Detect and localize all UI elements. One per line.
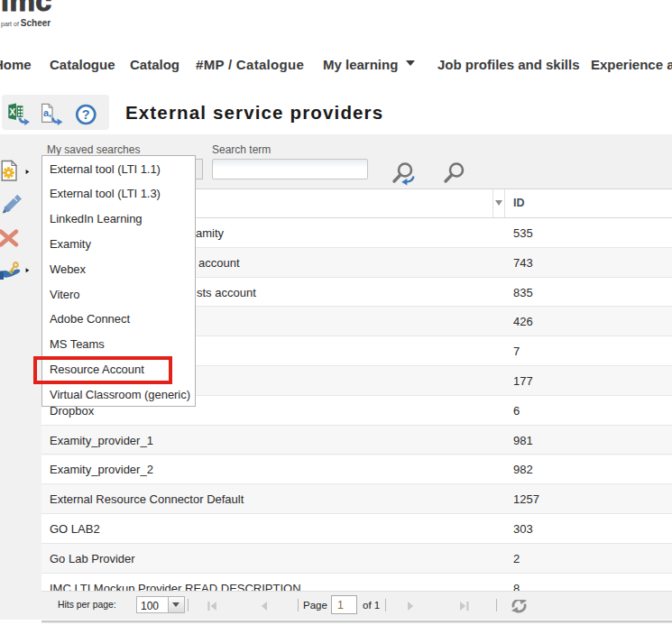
svg-text:a,: a,	[43, 107, 51, 118]
svg-text:X: X	[9, 106, 15, 117]
svg-text:?: ?	[82, 107, 90, 122]
